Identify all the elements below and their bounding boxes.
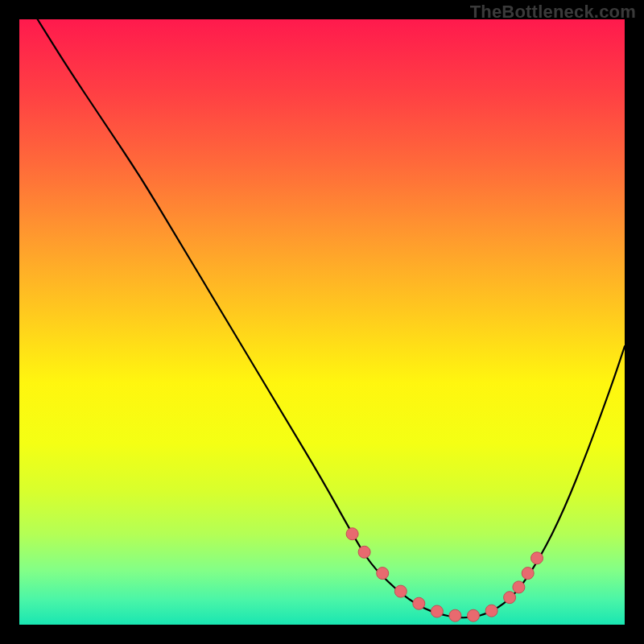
marker-dot [358, 546, 370, 558]
marker-dot [394, 585, 407, 597]
marker-dot [531, 552, 543, 564]
marker-dots [346, 528, 543, 622]
marker-dot [377, 568, 389, 580]
marker-dot [468, 609, 480, 621]
bottleneck-curve [38, 19, 625, 617]
marker-dot [522, 568, 534, 580]
chart-svg [19, 19, 625, 625]
marker-dot [513, 581, 525, 593]
marker-dot [485, 605, 497, 617]
marker-dot [449, 609, 461, 621]
marker-dot [346, 528, 358, 540]
marker-dot [431, 605, 443, 617]
marker-dot [413, 597, 425, 609]
marker-dot [504, 592, 516, 604]
watermark-text: TheBottleneck.com [470, 2, 636, 23]
